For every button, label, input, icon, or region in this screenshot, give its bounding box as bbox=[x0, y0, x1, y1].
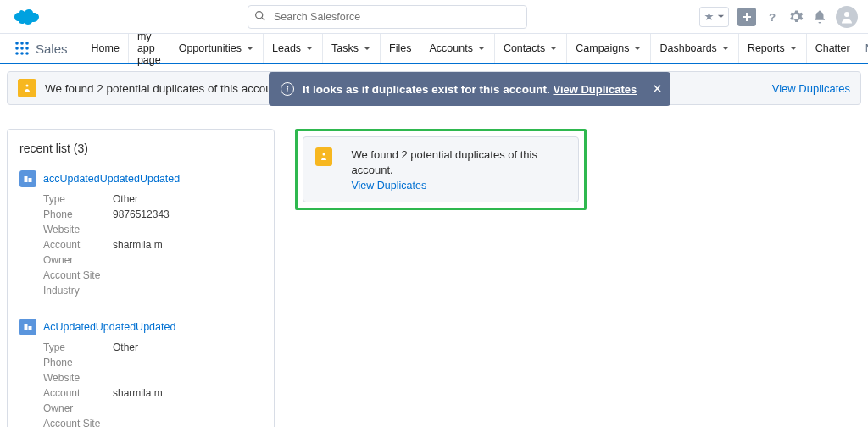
nav-contacts[interactable]: Contacts bbox=[494, 34, 566, 63]
field-label: Industry bbox=[43, 283, 113, 298]
chevron-down-icon bbox=[789, 44, 798, 53]
view-duplicates-link[interactable]: View Duplicates bbox=[772, 82, 850, 95]
field-label: Account Site bbox=[43, 268, 113, 283]
main-area: We found 2 potential duplicates of this … bbox=[295, 129, 861, 210]
svg-point-4 bbox=[15, 42, 19, 45]
salesforce-logo-icon bbox=[14, 5, 44, 28]
nav-leads[interactable]: Leads bbox=[263, 34, 322, 63]
nav-tasks[interactable]: Tasks bbox=[322, 34, 380, 63]
list-item: AcUpdatedUpdatedUpdated TypeOther Phone … bbox=[19, 319, 262, 427]
field-value: sharmila m bbox=[113, 237, 163, 268]
global-header: ? bbox=[0, 0, 868, 34]
field-label: Account Site bbox=[43, 416, 113, 427]
recent-list-card: recent list (3) accUpdatedUpdatedUpdated… bbox=[7, 129, 275, 427]
nav-items: Home my app page Opportunities Leads Tas… bbox=[83, 34, 859, 63]
account-icon bbox=[19, 319, 36, 336]
recent-list-title: recent list (3) bbox=[19, 141, 262, 155]
svg-point-12 bbox=[25, 52, 29, 55]
field-value: Other bbox=[113, 340, 138, 355]
search-container bbox=[248, 5, 527, 29]
chevron-down-icon bbox=[721, 44, 730, 53]
field-label: Phone bbox=[43, 355, 113, 370]
chevron-down-icon bbox=[549, 44, 558, 53]
add-button[interactable] bbox=[737, 8, 756, 26]
nav-myapppage[interactable]: my app page bbox=[128, 34, 170, 63]
bell-icon[interactable] bbox=[812, 9, 827, 25]
record-link[interactable]: AcUpdatedUpdatedUpdated bbox=[43, 321, 175, 333]
gear-icon[interactable] bbox=[788, 9, 804, 25]
field-label: Website bbox=[43, 370, 113, 385]
nav-reports[interactable]: Reports bbox=[738, 34, 806, 63]
svg-point-6 bbox=[25, 42, 29, 45]
nav-files[interactable]: Files bbox=[380, 34, 420, 63]
help-icon[interactable]: ? bbox=[765, 9, 780, 25]
chevron-down-icon bbox=[305, 44, 314, 53]
svg-point-3 bbox=[844, 12, 849, 17]
list-item: accUpdatedUpdatedUpdated TypeOther Phone… bbox=[19, 170, 262, 298]
field-label: Website bbox=[43, 222, 113, 237]
duplicate-icon bbox=[315, 147, 332, 166]
duplicate-icon bbox=[18, 79, 36, 97]
chevron-down-icon bbox=[633, 44, 642, 53]
nav-dashboards[interactable]: Dashboards bbox=[650, 34, 737, 63]
favorites-button[interactable] bbox=[699, 7, 729, 27]
duplicate-card-text: We found 2 potential duplicates of this … bbox=[351, 147, 566, 177]
field-label: Account Owner bbox=[43, 237, 113, 268]
chevron-down-icon bbox=[363, 44, 371, 53]
close-icon[interactable] bbox=[653, 82, 662, 96]
nav-home[interactable]: Home bbox=[83, 34, 128, 63]
avatar-button[interactable] bbox=[836, 6, 858, 28]
svg-rect-14 bbox=[25, 176, 28, 182]
field-label: Type bbox=[43, 340, 113, 355]
svg-point-13 bbox=[26, 85, 29, 87]
svg-point-7 bbox=[15, 47, 19, 50]
svg-point-9 bbox=[25, 47, 29, 50]
page-alert: We found 2 potential duplicates of this … bbox=[7, 71, 861, 105]
svg-point-10 bbox=[15, 52, 19, 55]
svg-line-1 bbox=[262, 17, 264, 19]
field-value: Other bbox=[113, 191, 138, 207]
nav-campaigns[interactable]: Campaigns bbox=[566, 34, 650, 63]
field-label: Phone bbox=[43, 207, 113, 222]
search-input[interactable] bbox=[248, 5, 527, 29]
nav-opportunities[interactable]: Opportunities bbox=[170, 34, 263, 63]
nav-chatter[interactable]: Chatter bbox=[806, 34, 859, 63]
toast-text: It looks as if duplicates exist for this… bbox=[303, 83, 550, 96]
chevron-down-icon bbox=[477, 44, 486, 53]
toast: i It looks as if duplicates exist for th… bbox=[269, 72, 670, 106]
svg-point-0 bbox=[256, 11, 263, 18]
field-label: Account Owner bbox=[43, 385, 113, 416]
svg-point-8 bbox=[20, 47, 24, 50]
nav-accounts[interactable]: Accounts bbox=[420, 34, 493, 63]
info-icon: i bbox=[281, 82, 294, 96]
field-value: 9876512343 bbox=[113, 207, 170, 222]
svg-point-11 bbox=[20, 52, 24, 55]
field-value: sharmila m bbox=[113, 385, 163, 416]
body: recent list (3) accUpdatedUpdatedUpdated… bbox=[0, 105, 868, 427]
chevron-down-icon bbox=[246, 44, 254, 53]
nav-more[interactable]: More bbox=[859, 42, 868, 54]
view-duplicates-link[interactable]: View Duplicates bbox=[351, 180, 566, 191]
nav-bar: Sales Home my app page Opportunities Lea… bbox=[0, 34, 868, 64]
toast-view-duplicates-link[interactable]: View Duplicates bbox=[553, 83, 637, 96]
svg-rect-15 bbox=[29, 178, 32, 182]
svg-rect-17 bbox=[29, 326, 32, 330]
search-icon bbox=[254, 10, 265, 24]
duplicate-card-highlight: We found 2 potential duplicates of this … bbox=[295, 129, 587, 210]
record-link[interactable]: accUpdatedUpdatedUpdated bbox=[43, 173, 180, 185]
field-label: Type bbox=[43, 191, 113, 207]
page-alert-text: We found 2 potential duplicates of this … bbox=[45, 82, 285, 95]
duplicate-card: We found 2 potential duplicates of this … bbox=[303, 136, 579, 202]
svg-text:?: ? bbox=[769, 10, 776, 23]
app-launcher-icon[interactable] bbox=[14, 40, 31, 57]
svg-rect-16 bbox=[25, 324, 28, 330]
app-name: Sales bbox=[36, 42, 68, 56]
svg-point-5 bbox=[20, 42, 24, 45]
header-actions: ? bbox=[699, 6, 858, 28]
svg-point-18 bbox=[323, 153, 326, 156]
account-icon bbox=[19, 170, 36, 187]
